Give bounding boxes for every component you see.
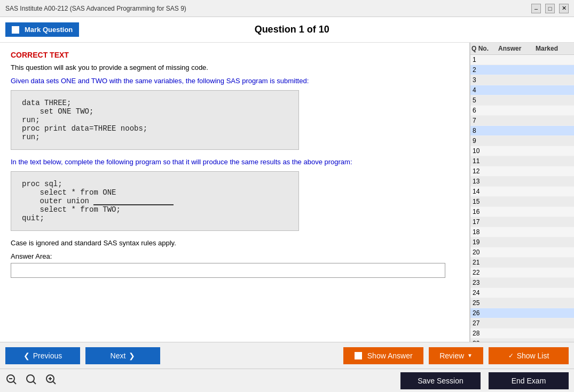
q-answer bbox=[499, 309, 536, 317]
q-answer bbox=[499, 259, 536, 266]
window-controls[interactable]: – □ ✕ bbox=[531, 4, 569, 13]
table-row[interactable]: 7 bbox=[470, 116, 574, 126]
q-number: 4 bbox=[473, 86, 499, 94]
q-number: 25 bbox=[473, 299, 499, 307]
q-marked bbox=[536, 147, 572, 155]
table-row[interactable]: 3 bbox=[470, 75, 574, 85]
q-marked bbox=[536, 269, 572, 276]
table-row[interactable]: 28 bbox=[470, 329, 574, 339]
end-exam-label: End Exam bbox=[512, 377, 546, 385]
q-number: 13 bbox=[473, 178, 499, 185]
table-row[interactable]: 18 bbox=[470, 227, 574, 237]
table-row[interactable]: 12 bbox=[470, 166, 574, 177]
q-marked bbox=[536, 319, 572, 327]
close-button[interactable]: ✕ bbox=[559, 4, 569, 13]
zoom-out-button[interactable] bbox=[5, 373, 17, 388]
answer-instruction: In the text below, complete the followin… bbox=[11, 158, 459, 166]
show-list-check-icon: ✓ bbox=[508, 352, 514, 359]
table-row[interactable]: 10 bbox=[470, 146, 574, 156]
table-row[interactable]: 21 bbox=[470, 258, 574, 268]
table-row[interactable]: 4 bbox=[470, 85, 574, 95]
previous-button[interactable]: Previous bbox=[5, 347, 80, 364]
q-marked bbox=[536, 188, 572, 195]
q-marked bbox=[536, 86, 572, 94]
q-answer bbox=[499, 198, 536, 205]
table-row[interactable]: 1 bbox=[470, 55, 574, 65]
side-panel-header: Q No. Answer Marked bbox=[470, 43, 574, 55]
answer-area-label: Answer Area: bbox=[11, 252, 459, 260]
end-exam-button[interactable]: End Exam bbox=[489, 372, 569, 389]
minimize-button[interactable]: – bbox=[531, 4, 541, 13]
q-number: 19 bbox=[473, 238, 499, 246]
q-number: 15 bbox=[473, 198, 499, 205]
table-row[interactable]: 17 bbox=[470, 217, 574, 227]
q-answer bbox=[499, 86, 536, 94]
zoom-in-button[interactable] bbox=[45, 373, 57, 388]
q-answer bbox=[499, 279, 536, 286]
footer-zoom: Save Session End Exam bbox=[0, 369, 574, 392]
table-row[interactable]: 23 bbox=[470, 278, 574, 288]
q-marked bbox=[536, 299, 572, 307]
q-number: 18 bbox=[473, 228, 499, 236]
maximize-button[interactable]: □ bbox=[545, 4, 555, 13]
question-area: CORRECT TEXT This question will ask you … bbox=[0, 43, 470, 342]
show-list-button[interactable]: ✓ Show List bbox=[489, 347, 569, 364]
question-title: Question 1 of 10 bbox=[255, 24, 329, 35]
q-marked bbox=[536, 178, 572, 185]
q-number: 23 bbox=[473, 279, 499, 286]
table-row[interactable]: 8 bbox=[470, 126, 574, 136]
answer-input[interactable] bbox=[11, 263, 445, 278]
zoom-reset-button[interactable] bbox=[25, 373, 37, 388]
table-row[interactable]: 29 bbox=[470, 339, 574, 342]
review-label: Review bbox=[439, 351, 464, 360]
next-label: Next bbox=[111, 351, 126, 360]
q-answer bbox=[499, 117, 536, 124]
q-marked bbox=[536, 340, 572, 342]
question-intro: This question will ask you to provide a … bbox=[11, 63, 459, 71]
q-answer bbox=[499, 107, 536, 114]
q-marked bbox=[536, 56, 572, 63]
table-row[interactable]: 22 bbox=[470, 268, 574, 278]
table-row[interactable]: 19 bbox=[470, 237, 574, 247]
q-number: 5 bbox=[473, 97, 499, 104]
save-session-button[interactable]: Save Session bbox=[400, 372, 481, 389]
show-answer-button[interactable]: Show Answer bbox=[343, 347, 423, 364]
q-answer bbox=[499, 76, 536, 84]
mark-question-button[interactable]: Mark Question bbox=[5, 22, 79, 37]
col-marked: Marked bbox=[536, 45, 573, 52]
q-marked bbox=[536, 198, 572, 205]
q-number: 17 bbox=[473, 218, 499, 226]
q-marked bbox=[536, 259, 572, 266]
q-answer bbox=[499, 330, 536, 337]
footer-buttons: Previous Next Show Answer Review ▼ ✓ Sho… bbox=[0, 342, 574, 369]
col-answer: Answer bbox=[498, 45, 536, 52]
q-answer bbox=[499, 228, 536, 236]
q-number: 10 bbox=[473, 147, 499, 155]
q-answer bbox=[499, 289, 536, 297]
table-row[interactable]: 16 bbox=[470, 207, 574, 217]
table-row[interactable]: 2 bbox=[470, 65, 574, 75]
table-row[interactable]: 11 bbox=[470, 156, 574, 166]
q-answer bbox=[499, 56, 536, 63]
table-row[interactable]: 15 bbox=[470, 197, 574, 207]
q-number: 1 bbox=[473, 56, 499, 63]
table-row[interactable]: 14 bbox=[470, 187, 574, 197]
col-qno: Q No. bbox=[471, 45, 498, 52]
table-row[interactable]: 24 bbox=[470, 288, 574, 298]
review-button[interactable]: Review ▼ bbox=[429, 347, 483, 364]
table-row[interactable]: 5 bbox=[470, 95, 574, 106]
table-row[interactable]: 6 bbox=[470, 106, 574, 116]
side-panel: Q No. Answer Marked 1 2 3 4 5 6 bbox=[470, 43, 574, 342]
q-number: 22 bbox=[473, 269, 499, 276]
table-row[interactable]: 25 bbox=[470, 298, 574, 308]
table-row[interactable]: 13 bbox=[470, 177, 574, 187]
table-row[interactable]: 20 bbox=[470, 247, 574, 258]
q-number: 11 bbox=[473, 157, 499, 165]
table-row[interactable]: 9 bbox=[470, 136, 574, 146]
q-number: 7 bbox=[473, 117, 499, 124]
next-button[interactable]: Next bbox=[85, 347, 160, 364]
question-list[interactable]: 1 2 3 4 5 6 7 8 bbox=[470, 55, 574, 342]
table-row[interactable]: 26 bbox=[470, 308, 574, 318]
table-row[interactable]: 27 bbox=[470, 318, 574, 329]
q-number: 3 bbox=[473, 76, 499, 84]
